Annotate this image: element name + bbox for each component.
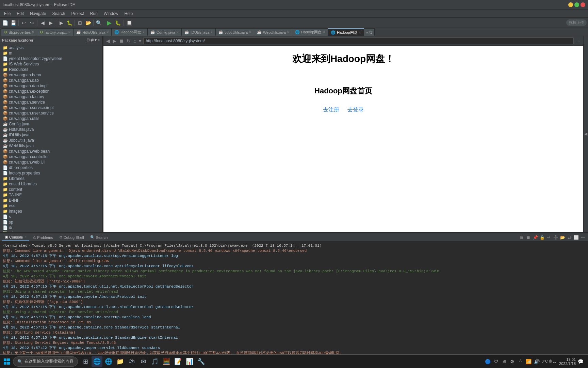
taskbar-app-explorer[interactable]: 📁	[115, 356, 126, 367]
tree-item-dao[interactable]: 📦cn.wangpan.dao	[0, 78, 102, 83]
console-maximize[interactable]: ⬜	[573, 234, 579, 241]
panel-collapse-button[interactable]: ◀	[583, 36, 588, 232]
tree-item-m[interactable]: 📁m	[0, 50, 102, 56]
taskbar-app-music[interactable]: 🎵	[149, 356, 160, 367]
menu-project[interactable]: Project	[68, 11, 86, 17]
tree-item-exception[interactable]: 📦cn.wangpan.exception	[0, 89, 102, 94]
console-tab-debug-shell[interactable]: ⚙ Debug Shell	[56, 234, 87, 240]
tab-db-properties[interactable]: ⚙ db.properties ×	[1, 28, 37, 36]
console-open-file[interactable]: 📂	[559, 234, 566, 241]
browser-forward[interactable]: ▶	[112, 37, 117, 44]
tree-item-dao-impl[interactable]: 📦cn.wangpan.dao.impl	[0, 83, 102, 89]
console-new-console[interactable]: ➕	[553, 234, 559, 241]
tree-item-service[interactable]: 📦cn.wangpan.service	[0, 99, 102, 105]
browser-go[interactable]: →	[575, 37, 581, 44]
browser-url-dropdown[interactable]: ▾	[138, 37, 142, 44]
browser-back[interactable]: ◀	[105, 37, 111, 44]
tree-item-meta-inf[interactable]: 📁TA-INF	[0, 192, 102, 198]
tab-factory-prop[interactable]: ⚙ factory.prop... ×	[37, 28, 74, 36]
console-pin[interactable]: 📌	[532, 234, 538, 241]
maximize-button[interactable]	[574, 2, 579, 7]
menu-run[interactable]: Run	[87, 11, 100, 17]
sidebar-collapse-all[interactable]: ⊟	[86, 38, 89, 42]
menu-file[interactable]: File	[1, 11, 13, 17]
minimize-button[interactable]	[568, 2, 573, 7]
open-resource-button[interactable]: 📂	[84, 19, 92, 27]
tab-webutils[interactable]: ☕ WebUtils.java ×	[254, 28, 292, 36]
register-link[interactable]: 去注册	[323, 107, 339, 112]
tree-item-factory-props[interactable]: 📄factory.properties	[0, 170, 102, 176]
tab-hadoop-disk3[interactable]: 🌐 Hadoop网盘 ×	[328, 28, 364, 36]
tree-item-idutils-java[interactable]: ☕IDUtils.java	[0, 132, 102, 138]
sidebar-tree[interactable]: 📁analysis 📁m 📄yment Descriptor: zyglsyst…	[0, 44, 102, 232]
sidebar-link-editor[interactable]: ⇄	[91, 38, 94, 42]
tree-item-web-bean[interactable]: 📦cn.wangpan.web.bean	[0, 149, 102, 154]
console-tab-problems[interactable]: ⚠ Problems	[30, 234, 55, 240]
tree-item-config-java[interactable]: ☕Config.java	[0, 121, 102, 127]
browser-home[interactable]: ⌂	[133, 37, 137, 44]
console-word-wrap[interactable]: ↵	[546, 234, 552, 241]
taskbar-app-calc[interactable]: 🧮	[161, 356, 172, 367]
menu-help[interactable]: Help	[122, 11, 136, 17]
tray-extra[interactable]: ⚙	[509, 358, 516, 365]
debug-button[interactable]: 🐛	[114, 20, 122, 26]
browser-stop[interactable]: ⏹	[118, 37, 125, 44]
new-button[interactable]: 📄	[1, 19, 9, 27]
tree-item-jdbcutils-java[interactable]: ☕JdbcUtils.java	[0, 138, 102, 143]
menu-navigate[interactable]: Navigate	[27, 11, 49, 17]
tree-item-bean[interactable]: 📦cn.wangpan.bean	[0, 72, 102, 78]
run-button[interactable]: ▶	[105, 19, 113, 27]
tree-item-deployment[interactable]: 📄yment Descriptor: zyglsystem	[0, 56, 102, 61]
console-minimize[interactable]: ➖	[580, 234, 586, 241]
console-link-editor[interactable]: ⇄	[566, 234, 572, 241]
tree-item-libraries[interactable]: 📁Libraries	[0, 176, 102, 181]
console-tab-search[interactable]: 🔍 Search	[87, 234, 111, 240]
redo-button[interactable]: ↪	[28, 19, 36, 27]
back-button[interactable]: ◀	[39, 19, 46, 27]
taskbar-app-edge[interactable]: 🌐	[103, 356, 114, 367]
perspective-toggle[interactable]: 拖拽上传	[566, 19, 587, 26]
console-tab-console[interactable]: ▣ Console ×	[2, 234, 29, 241]
tray-volume[interactable]: 🔊	[534, 358, 540, 365]
run-last-button[interactable]: ▶	[58, 19, 65, 27]
tab-close-idutils[interactable]: ×	[211, 30, 213, 34]
tree-item-s[interactable]: 📄s	[0, 214, 102, 219]
taskbar-app-wps[interactable]: 📊	[184, 356, 195, 367]
tree-item-ess[interactable]: 📁ess	[0, 203, 102, 209]
tree-item-content[interactable]: 📁content	[0, 187, 102, 192]
tab-idutils[interactable]: ☕ IDUtils.java ×	[182, 28, 216, 36]
taskbar-app-store[interactable]: 🛍	[126, 356, 137, 367]
search-toolbar-button[interactable]: 🔍	[95, 19, 102, 27]
console-output[interactable]: <terminated> Tomcat v8.5 Server at local…	[0, 242, 588, 360]
tab-close-factory[interactable]: ×	[69, 30, 71, 34]
console-scroll-lock[interactable]: 🔒	[539, 234, 545, 241]
tab-close-hadoop3[interactable]: ×	[359, 31, 361, 34]
tab-hdfs-utils[interactable]: ☕ HdfsUtils.java ×	[74, 28, 112, 36]
tree-item-analysis[interactable]: 📁analysis	[0, 45, 102, 50]
tab-close-jdbcutils[interactable]: ×	[249, 30, 251, 34]
save-button[interactable]: 💾	[10, 19, 17, 27]
undo-button[interactable]: ↩	[20, 19, 28, 27]
sidebar-menu[interactable]: ▾	[95, 38, 97, 42]
close-button[interactable]	[581, 2, 585, 7]
tray-notifications[interactable]: 💬	[577, 358, 584, 365]
tree-item-db-props[interactable]: 📄db.properties	[0, 165, 102, 170]
url-input[interactable]	[143, 37, 574, 44]
tree-item-sp[interactable]: 📄sp	[0, 219, 102, 225]
tree-item-webservices[interactable]: 📁/S Web Services	[0, 61, 102, 67]
tree-item-webutils-java[interactable]: ☕WebUtils.java	[0, 143, 102, 149]
tab-close-hdfs[interactable]: ×	[107, 30, 109, 34]
menu-window[interactable]: Window	[101, 11, 121, 17]
tree-item-ib[interactable]: 📄ib	[0, 225, 102, 230]
open-type-button[interactable]: ⊞	[76, 19, 84, 27]
tree-item-controller[interactable]: 📦cn.wangpan.controller	[0, 154, 102, 159]
perspective-button[interactable]: 🔲	[125, 19, 133, 27]
taskbar-search[interactable]: 🔍 在这里输入你要搜索的内容	[13, 356, 78, 367]
menu-edit[interactable]: Edit	[14, 11, 27, 17]
tab-overflow[interactable]: »71	[364, 28, 375, 36]
tab-close-db-properties[interactable]: ×	[32, 30, 34, 34]
tab-hadoop-disk1[interactable]: 🌐 Hadoop网盘 ×	[112, 28, 147, 36]
tree-item-utils[interactable]: 📦cn.wangpan.utils	[0, 116, 102, 121]
tab-close-hadoop1[interactable]: ×	[143, 30, 145, 34]
tab-hadoop-disk2[interactable]: 🌐 Hadoop网盘 ×	[292, 28, 328, 36]
